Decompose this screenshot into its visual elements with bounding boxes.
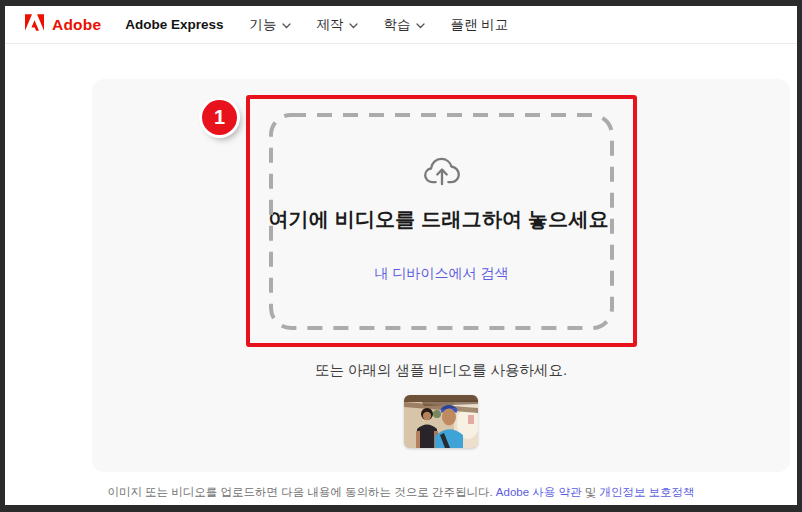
privacy-link[interactable]: 개인정보 보호정책 [599, 486, 694, 498]
nav-item-features[interactable]: 기능 [250, 16, 291, 34]
terms-link[interactable]: Adobe 사용 약관 [496, 486, 582, 498]
sample-video-thumbnail[interactable] [404, 395, 478, 448]
nav-item-adobe-express[interactable]: Adobe Express [125, 17, 223, 32]
dropzone-heading: 여기에 비디오를 드래그하여 놓으세요. [268, 206, 614, 233]
chevron-down-icon [282, 23, 291, 29]
adobe-logo-icon [25, 14, 44, 35]
consent-text: 이미지 또는 비디오를 업로드하면 다음 내용에 동의하는 것으로 간주됩니다. [107, 486, 492, 498]
step-badge: 1 [202, 100, 237, 135]
adobe-home-link[interactable]: Adobe [25, 14, 101, 35]
nav-item-label: Adobe Express [125, 17, 223, 32]
brand-wordmark: Adobe [52, 16, 101, 34]
upload-cloud-icon [421, 153, 463, 192]
sample-caption: 또는 아래의 샘플 비디오를 사용하세요. [92, 361, 790, 380]
nav-item-label: 학습 [384, 16, 411, 34]
nav-item-create[interactable]: 제작 [317, 16, 358, 34]
video-dropzone[interactable]: 여기에 비디오를 드래그하여 놓으세요. 내 디바이스에서 검색 [269, 113, 614, 330]
chevron-down-icon [416, 23, 425, 29]
nav-item-label: 플랜 비교 [451, 16, 509, 34]
nav-item-compare-plans[interactable]: 플랜 비교 [451, 16, 509, 34]
browse-device-link[interactable]: 내 디바이스에서 검색 [375, 265, 509, 283]
browser-frame: Adobe Adobe Express 기능 제작 학습 [0, 0, 802, 512]
nav-item-label: 제작 [317, 16, 344, 34]
nav-item-label: 기능 [250, 16, 277, 34]
upload-card: 1 여기에 비디오를 드래그하여 놓으세요. 내 디바이스에서 검색 또는 아래… [92, 79, 790, 472]
conjunction-text: 및 [585, 486, 597, 498]
top-nav: Adobe Adobe Express 기능 제작 학습 [5, 6, 797, 44]
consent-line: 이미지 또는 비디오를 업로드하면 다음 내용에 동의하는 것으로 간주됩니다.… [5, 485, 797, 500]
nav-item-learn[interactable]: 학습 [384, 16, 425, 34]
chevron-down-icon [349, 23, 358, 29]
nav-menu: Adobe Express 기능 제작 학습 플랜 [125, 16, 508, 34]
annotation-box: 여기에 비디오를 드래그하여 놓으세요. 내 디바이스에서 검색 [246, 95, 637, 347]
